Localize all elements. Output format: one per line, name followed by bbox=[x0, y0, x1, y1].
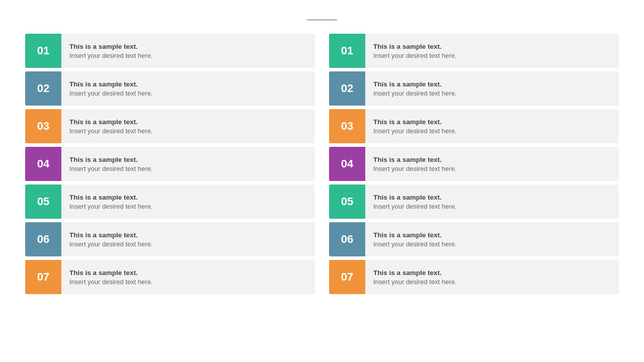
row-content: This is a sample text.Insert your desire… bbox=[61, 260, 315, 294]
row-subtitle: Insert your desired text here. bbox=[373, 203, 611, 210]
table-row: 01This is a sample text.Insert your desi… bbox=[25, 34, 315, 68]
number-badge-02: 02 bbox=[25, 71, 61, 106]
row-subtitle: Insert your desired text here. bbox=[69, 165, 307, 172]
title-section bbox=[307, 15, 337, 30]
two-columns-layout: 01This is a sample text.Insert your desi… bbox=[25, 34, 619, 352]
row-title: This is a sample text. bbox=[373, 269, 611, 277]
table-row: 06This is a sample text.Insert your desi… bbox=[329, 222, 619, 256]
row-subtitle: Insert your desired text here. bbox=[69, 278, 307, 286]
row-title: This is a sample text. bbox=[373, 80, 611, 88]
row-subtitle: Insert your desired text here. bbox=[69, 89, 307, 97]
row-content: This is a sample text.Insert your desire… bbox=[61, 185, 315, 219]
number-badge-03: 03 bbox=[329, 109, 365, 143]
number-badge-06: 06 bbox=[329, 222, 365, 256]
row-content: This is a sample text.Insert your desire… bbox=[365, 260, 619, 294]
row-content: This is a sample text.Insert your desire… bbox=[61, 222, 315, 256]
table-row: 04This is a sample text.Insert your desi… bbox=[329, 147, 619, 181]
row-subtitle: Insert your desired text here. bbox=[373, 240, 611, 248]
number-badge-01: 01 bbox=[25, 34, 61, 68]
row-content: This is a sample text.Insert your desire… bbox=[365, 185, 619, 219]
row-content: This is a sample text.Insert your desire… bbox=[61, 109, 315, 143]
row-subtitle: Insert your desired text here. bbox=[69, 52, 307, 59]
number-badge-07: 07 bbox=[329, 260, 365, 294]
row-subtitle: Insert your desired text here. bbox=[373, 127, 611, 135]
row-subtitle: Insert your desired text here. bbox=[373, 52, 611, 59]
table-row: 04This is a sample text.Insert your desi… bbox=[25, 147, 315, 181]
row-title: This is a sample text. bbox=[69, 156, 307, 163]
table-row: 03This is a sample text.Insert your desi… bbox=[25, 109, 315, 143]
row-title: This is a sample text. bbox=[373, 118, 611, 126]
row-title: This is a sample text. bbox=[69, 118, 307, 126]
row-subtitle: Insert your desired text here. bbox=[373, 278, 611, 286]
number-badge-03: 03 bbox=[25, 109, 61, 143]
number-badge-04: 04 bbox=[329, 147, 365, 181]
number-badge-05: 05 bbox=[329, 185, 365, 219]
row-content: This is a sample text.Insert your desire… bbox=[61, 34, 315, 68]
number-badge-05: 05 bbox=[25, 185, 61, 219]
row-title: This is a sample text. bbox=[373, 194, 611, 201]
right-column: 01This is a sample text.Insert your desi… bbox=[329, 34, 619, 352]
row-content: This is a sample text.Insert your desire… bbox=[61, 71, 315, 106]
row-title: This is a sample text. bbox=[69, 80, 307, 88]
number-badge-01: 01 bbox=[329, 34, 365, 68]
row-title: This is a sample text. bbox=[69, 231, 307, 239]
left-column: 01This is a sample text.Insert your desi… bbox=[25, 34, 315, 352]
row-content: This is a sample text.Insert your desire… bbox=[61, 147, 315, 181]
table-row: 02This is a sample text.Insert your desi… bbox=[25, 71, 315, 106]
table-row: 02This is a sample text.Insert your desi… bbox=[329, 71, 619, 106]
page: 01This is a sample text.Insert your desi… bbox=[0, 0, 644, 362]
title-divider bbox=[307, 19, 337, 21]
table-row: 07This is a sample text.Insert your desi… bbox=[329, 260, 619, 294]
row-title: This is a sample text. bbox=[69, 194, 307, 201]
row-content: This is a sample text.Insert your desire… bbox=[365, 222, 619, 256]
row-subtitle: Insert your desired text here. bbox=[69, 203, 307, 210]
row-title: This is a sample text. bbox=[373, 43, 611, 50]
table-row: 01This is a sample text.Insert your desi… bbox=[329, 34, 619, 68]
table-row: 03This is a sample text.Insert your desi… bbox=[329, 109, 619, 143]
table-row: 07This is a sample text.Insert your desi… bbox=[25, 260, 315, 294]
row-title: This is a sample text. bbox=[373, 231, 611, 239]
row-subtitle: Insert your desired text here. bbox=[69, 240, 307, 248]
row-subtitle: Insert your desired text here. bbox=[373, 165, 611, 172]
row-content: This is a sample text.Insert your desire… bbox=[365, 71, 619, 106]
number-badge-06: 06 bbox=[25, 222, 61, 256]
row-subtitle: Insert your desired text here. bbox=[373, 89, 611, 97]
row-title: This is a sample text. bbox=[69, 43, 307, 50]
row-content: This is a sample text.Insert your desire… bbox=[365, 109, 619, 143]
row-subtitle: Insert your desired text here. bbox=[69, 127, 307, 135]
row-content: This is a sample text.Insert your desire… bbox=[365, 147, 619, 181]
number-badge-07: 07 bbox=[25, 260, 61, 294]
row-title: This is a sample text. bbox=[373, 156, 611, 163]
table-row: 05This is a sample text.Insert your desi… bbox=[329, 185, 619, 219]
row-title: This is a sample text. bbox=[69, 269, 307, 277]
row-content: This is a sample text.Insert your desire… bbox=[365, 34, 619, 68]
table-row: 05This is a sample text.Insert your desi… bbox=[25, 185, 315, 219]
number-badge-04: 04 bbox=[25, 147, 61, 181]
table-row: 06This is a sample text.Insert your desi… bbox=[25, 222, 315, 256]
number-badge-02: 02 bbox=[329, 71, 365, 106]
